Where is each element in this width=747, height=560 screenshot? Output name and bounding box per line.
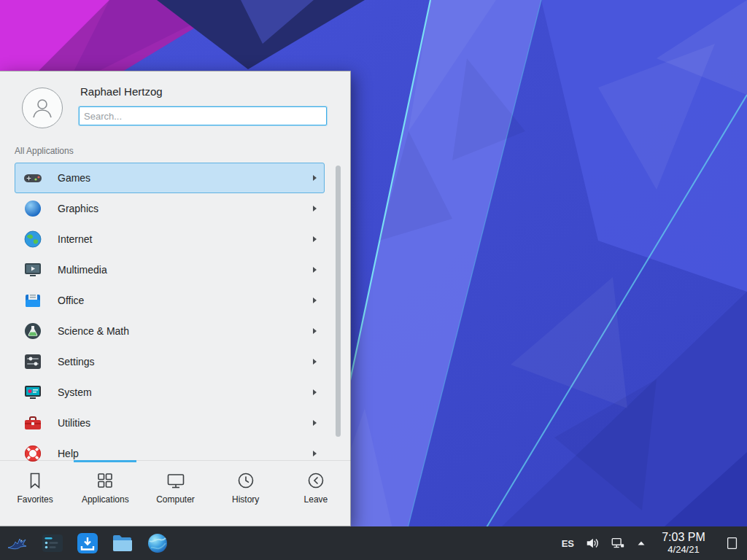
tab-label: Leave (304, 494, 328, 505)
science-icon (23, 322, 42, 341)
expand-tray-icon (636, 538, 646, 548)
tweaks-terminal-icon (41, 532, 64, 555)
history-clock-icon (236, 470, 256, 491)
network-button[interactable] (611, 536, 625, 551)
globe-icon (23, 230, 42, 249)
taskbar-left (3, 530, 171, 556)
category-label: Settings (58, 356, 313, 368)
submenu-arrow-icon (313, 175, 317, 181)
category-internet[interactable]: Internet (15, 224, 325, 254)
tab-computer[interactable]: Computer (140, 461, 210, 526)
submenu-arrow-icon (313, 389, 317, 395)
tab-favorites[interactable]: Favorites (0, 461, 70, 526)
clock-time: 7:03 PM (657, 531, 710, 544)
submenu-arrow-icon (313, 236, 317, 242)
expand-tray-button[interactable] (636, 538, 646, 548)
category-science-math[interactable]: Science & Math (15, 316, 325, 346)
taskbar-app-software[interactable] (74, 530, 101, 556)
category-graphics[interactable]: Graphics (15, 193, 325, 224)
volume-button[interactable] (585, 536, 600, 551)
settings-icon (23, 352, 42, 371)
app-grid-icon (95, 470, 115, 491)
category-settings[interactable]: Settings (15, 346, 325, 377)
toolbox-icon (23, 413, 42, 432)
category-label: Utilities (58, 417, 313, 429)
computer-icon (166, 470, 186, 491)
tab-label: Computer (156, 494, 195, 505)
submenu-arrow-icon (313, 298, 317, 303)
gamepad-icon (23, 168, 42, 187)
tab-label: Favorites (17, 494, 53, 505)
submenu-arrow-icon (313, 451, 317, 456)
tab-history[interactable]: History (211, 461, 281, 526)
app-launcher-button[interactable] (4, 530, 31, 556)
taskbar: ES 7:03 (0, 526, 747, 560)
show-desktop-button[interactable] (722, 529, 743, 558)
show-desktop-icon (725, 536, 740, 551)
leave-icon (306, 470, 326, 491)
digital-clock[interactable]: 7:03 PM 4/24/21 (657, 531, 710, 555)
launcher-tabbar: Favorites Applications (0, 460, 351, 526)
user-avatar[interactable] (22, 88, 63, 128)
category-help[interactable]: Help (15, 438, 325, 462)
submenu-arrow-icon (313, 359, 317, 365)
category-label: Games (58, 172, 313, 184)
scrollbar-thumb[interactable] (336, 166, 341, 437)
volume-icon (585, 536, 600, 551)
category-label: Help (58, 448, 313, 459)
section-label: All Applications (15, 146, 74, 156)
category-label: Internet (58, 233, 313, 245)
bookmark-icon (25, 470, 45, 491)
graphics-orb-icon (23, 199, 42, 218)
taskbar-app-tweaks[interactable] (39, 530, 66, 556)
submenu-arrow-icon (313, 206, 317, 211)
multimedia-icon (23, 260, 42, 279)
software-install-icon (76, 532, 99, 555)
kali-menu-icon (6, 532, 29, 555)
category-label: Multimedia (58, 264, 313, 276)
system-icon (23, 383, 42, 402)
category-list: Games Graphics (0, 163, 351, 462)
tab-leave[interactable]: Leave (281, 461, 351, 526)
user-icon (30, 96, 55, 120)
application-launcher: Raphael Hertzog All Applications Games (0, 71, 351, 526)
category-utilities[interactable]: Utilities (15, 408, 325, 438)
scrollbar[interactable] (336, 166, 341, 459)
taskbar-app-web-browser[interactable] (144, 530, 171, 556)
active-tab-indicator (74, 460, 136, 462)
network-icon (611, 536, 625, 551)
tab-label: Applications (82, 494, 129, 505)
category-label: Science & Math (58, 325, 313, 337)
category-label: System (58, 386, 313, 398)
office-icon (23, 291, 42, 310)
taskbar-app-file-manager[interactable] (109, 530, 136, 556)
file-manager-folder-icon (111, 532, 134, 555)
keyboard-layout-indicator[interactable]: ES (562, 538, 574, 549)
help-ring-icon (23, 444, 42, 462)
category-label: Office (58, 295, 313, 306)
category-system[interactable]: System (15, 377, 325, 408)
category-office[interactable]: Office (15, 285, 325, 316)
web-browser-globe-icon (146, 532, 169, 555)
user-name: Raphael Hertzog (80, 85, 163, 98)
clock-date: 4/24/21 (657, 545, 710, 556)
category-games[interactable]: Games (15, 163, 325, 193)
category-label: Graphics (58, 203, 313, 214)
tab-label: History (232, 494, 259, 505)
search-input[interactable] (79, 106, 327, 125)
category-multimedia[interactable]: Multimedia (15, 254, 325, 285)
system-tray: ES 7:03 (562, 529, 744, 558)
submenu-arrow-icon (313, 420, 317, 426)
submenu-arrow-icon (313, 328, 317, 334)
tab-applications[interactable]: Applications (70, 461, 140, 526)
submenu-arrow-icon (313, 267, 317, 273)
